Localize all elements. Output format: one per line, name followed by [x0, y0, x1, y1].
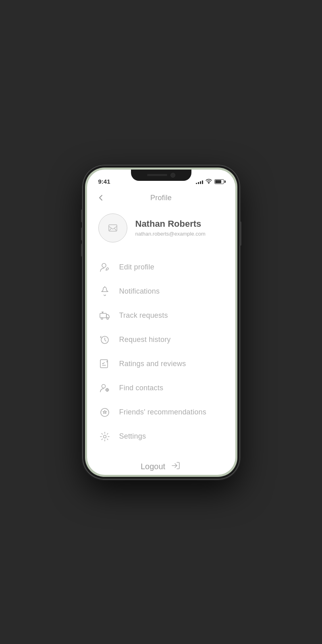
signal-bar-4: [202, 180, 203, 184]
menu-label-edit-profile: Edit profile: [119, 263, 154, 271]
history-icon: [98, 333, 111, 346]
signal-bars: [196, 179, 203, 184]
svg-point-4: [102, 263, 106, 267]
menu-label-notifications: Notifications: [119, 287, 160, 296]
status-time: 9:41: [98, 178, 110, 185]
phone-frame: 9:41: [83, 165, 240, 479]
menu-item-request-history[interactable]: Request history: [87, 328, 235, 352]
svg-point-13: [102, 384, 105, 388]
back-button[interactable]: [97, 194, 105, 202]
wifi-icon: [206, 179, 212, 185]
menu-item-notifications[interactable]: Notifications: [87, 280, 235, 304]
page-title: Profile: [150, 194, 172, 202]
svg-line-2: [110, 228, 111, 230]
logout-section[interactable]: Logout: [87, 452, 235, 475]
menu-item-settings[interactable]: Settings: [87, 425, 235, 449]
edit-profile-icon: [98, 261, 111, 274]
svg-point-17: [101, 408, 109, 416]
menu-label-friends-recommendations: Friends' recommendations: [119, 408, 206, 416]
signal-bar-2: [198, 182, 199, 184]
avatar[interactable]: [98, 213, 127, 242]
signal-bar-3: [200, 181, 201, 184]
menu-list: Edit profile Notifications: [87, 252, 235, 452]
phone-inner: 9:41: [85, 168, 237, 477]
bell-icon: [98, 285, 111, 298]
header: Profile: [87, 187, 235, 205]
menu-item-ratings-reviews[interactable]: Ratings and reviews: [87, 352, 235, 376]
camera: [170, 173, 175, 178]
svg-point-8: [107, 318, 108, 319]
menu-label-request-history: Request history: [119, 335, 171, 344]
svg-point-7: [101, 318, 103, 319]
friends-icon: [98, 406, 111, 419]
menu-label-find-contacts: Find contacts: [119, 384, 164, 392]
profile-name: Nathan Roberts: [135, 219, 206, 229]
scroll-content[interactable]: Profile Nathan Roberts nathan: [87, 187, 235, 475]
menu-item-track-requests[interactable]: Track requests: [87, 304, 235, 328]
status-icons: [196, 179, 224, 185]
svg-rect-6: [100, 313, 106, 318]
battery-icon: [214, 179, 224, 184]
truck-icon: [98, 309, 111, 322]
notch: [131, 170, 191, 181]
menu-label-track-requests: Track requests: [119, 311, 168, 320]
profile-email: nathan.roberts@example.com: [135, 231, 206, 237]
logout-icon: [170, 460, 181, 474]
svg-point-18: [103, 435, 106, 438]
logout-label: Logout: [141, 462, 165, 471]
phone-screen: 9:41: [87, 170, 235, 475]
contacts-icon: [98, 382, 111, 395]
menu-label-settings: Settings: [119, 432, 146, 441]
profile-section: Nathan Roberts nathan.roberts@example.co…: [87, 205, 235, 252]
profile-info: Nathan Roberts nathan.roberts@example.co…: [135, 219, 206, 237]
menu-item-friends-recommendations[interactable]: Friends' recommendations: [87, 400, 235, 425]
ratings-icon: [98, 358, 111, 371]
battery-fill: [215, 180, 221, 183]
menu-item-edit-profile[interactable]: Edit profile: [87, 255, 235, 280]
signal-bar-1: [196, 183, 197, 184]
menu-item-find-contacts[interactable]: Find contacts: [87, 376, 235, 400]
menu-label-ratings-reviews: Ratings and reviews: [119, 360, 186, 368]
svg-line-3: [114, 228, 116, 230]
svg-point-0: [208, 183, 209, 184]
speaker: [147, 174, 167, 176]
settings-icon: [98, 430, 111, 443]
